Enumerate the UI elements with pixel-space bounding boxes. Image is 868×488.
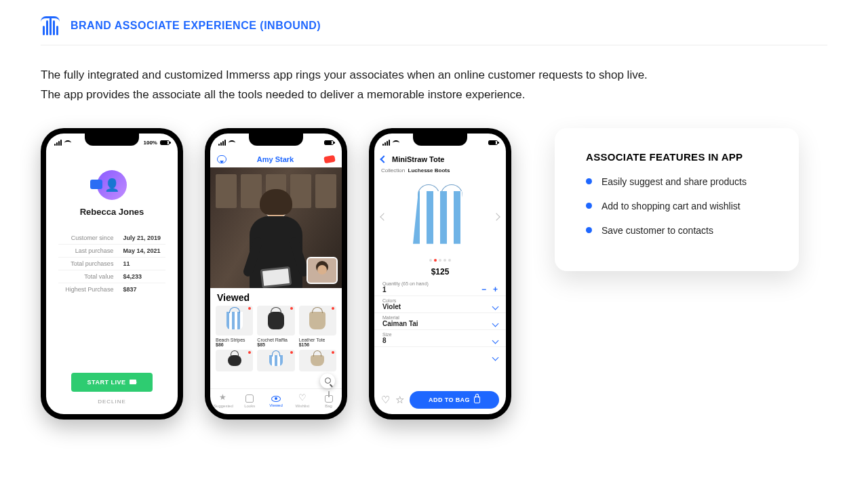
phone-customer-profile: 9:41 AM 100% 👤 Rebecca Jones Customer si… xyxy=(41,128,183,420)
battery-icon xyxy=(324,140,334,145)
video-badge-icon xyxy=(90,180,102,189)
product-thumb[interactable] xyxy=(216,350,253,371)
qty-plus-icon[interactable]: + xyxy=(493,285,498,294)
signal-icon xyxy=(218,140,226,146)
customer-avatar: 👤 xyxy=(97,170,127,200)
search-button[interactable] xyxy=(320,373,335,388)
material-field[interactable]: MaterialCaiman Tai xyxy=(374,313,506,330)
heart-icon[interactable]: ♡ xyxy=(381,394,390,406)
chevron-right-icon[interactable] xyxy=(492,213,500,220)
kv-key: Total value xyxy=(58,273,123,280)
status-battery: 100% xyxy=(144,140,157,146)
battery-icon xyxy=(488,140,498,145)
back-icon[interactable] xyxy=(380,155,387,163)
brand-logo-icon xyxy=(41,16,60,35)
features-title: ASSOCIATE FEATURES IN APP xyxy=(586,151,768,163)
lead-copy: The fully integrated and customized Imme… xyxy=(41,66,827,105)
viewed-heading: Viewed xyxy=(210,288,342,306)
product-thumb[interactable] xyxy=(257,350,294,371)
product-thumb[interactable]: Beach Stripes$86 xyxy=(216,306,253,347)
decline-button[interactable]: DECLINE xyxy=(98,399,126,405)
phone-live-shopping: 9:41 AM Amy Stark Viewed Beach Stripes$8… xyxy=(205,128,347,420)
bullet-icon xyxy=(586,178,592,184)
product-title: MiniStraw Tote xyxy=(392,155,444,163)
customer-name: Rebecca Jones xyxy=(80,207,144,217)
signal-icon xyxy=(382,140,390,146)
bottom-tabbar: Suggested Looks Viewed Wishlist Bag xyxy=(210,388,342,414)
self-view[interactable] xyxy=(307,257,338,284)
feature-item: Save customer to contacts xyxy=(586,225,768,236)
live-video xyxy=(210,167,342,288)
lead-line-1: The fully integrated and customized Imme… xyxy=(41,66,827,85)
customer-details: Customer sinceJuly 21, 2019 Last purchas… xyxy=(58,232,165,296)
kv-key: Highest Purchase xyxy=(58,286,123,293)
color-field[interactable]: ColorsViolet xyxy=(374,296,506,313)
product-thumb[interactable]: Crochet Raffia$85 xyxy=(257,306,294,347)
kv-key: Total purchases xyxy=(58,260,123,267)
bullet-icon xyxy=(586,203,592,209)
tab-wishlist[interactable]: Wishlist xyxy=(289,389,315,414)
wifi-icon xyxy=(64,140,71,146)
bag-icon xyxy=(474,396,480,403)
tab-looks[interactable]: Looks xyxy=(237,389,263,414)
product-thumb[interactable] xyxy=(299,350,336,371)
qty-minus-icon[interactable]: − xyxy=(481,285,486,294)
tab-bag[interactable]: Bag xyxy=(315,389,342,414)
chevron-down-icon xyxy=(492,354,499,361)
tab-suggested[interactable]: Suggested xyxy=(210,389,237,414)
caller-name: Amy Stark xyxy=(257,155,294,163)
kv-value: $4,233 xyxy=(123,273,165,280)
bullet-icon xyxy=(586,227,592,233)
chat-icon[interactable] xyxy=(217,155,226,163)
phone-product-detail: 9:41 AM MiniStraw Tote Collection Luches… xyxy=(369,128,511,420)
wifi-icon xyxy=(393,140,399,146)
quantity-field[interactable]: Quantity (65 on hand) 1 −+ xyxy=(374,279,506,296)
add-to-bag-button[interactable]: ADD TO BAG xyxy=(410,391,499,409)
kv-key: Last purchase xyxy=(58,247,123,254)
section-title: BRAND ASSOCIATE EXPERIENCE (INBOUND) xyxy=(71,20,321,32)
star-icon[interactable]: ☆ xyxy=(395,394,404,406)
kv-key: Customer since xyxy=(58,235,123,241)
tab-viewed[interactable]: Viewed xyxy=(263,389,290,414)
features-card: ASSOCIATE FEATURES IN APP Easily suggest… xyxy=(555,128,799,271)
battery-icon xyxy=(160,140,170,145)
hangup-icon[interactable] xyxy=(323,155,335,163)
wifi-icon xyxy=(229,140,235,146)
chevron-left-icon[interactable] xyxy=(380,213,387,220)
feature-item: Easily suggest and share products xyxy=(586,176,768,187)
product-image xyxy=(374,174,506,262)
product-price: $125 xyxy=(374,267,506,277)
kv-value: $837 xyxy=(123,286,165,293)
signal-icon xyxy=(54,140,62,146)
kv-value: July 21, 2019 xyxy=(123,235,165,241)
product-thumb[interactable]: Leather Tote$156 xyxy=(299,306,336,347)
search-icon xyxy=(325,378,331,384)
kv-value: May 14, 2021 xyxy=(123,247,165,254)
collection-row: Collection Luchesse Boots xyxy=(374,167,506,174)
size-field[interactable]: Size8 xyxy=(374,330,506,347)
lead-line-2: The app provides the associate all the t… xyxy=(41,85,827,105)
camera-icon xyxy=(130,380,136,384)
feature-item: Add to shopping cart and wishlist xyxy=(586,201,768,211)
kv-value: 11 xyxy=(123,260,165,267)
start-live-button[interactable]: START LIVE xyxy=(71,373,153,392)
